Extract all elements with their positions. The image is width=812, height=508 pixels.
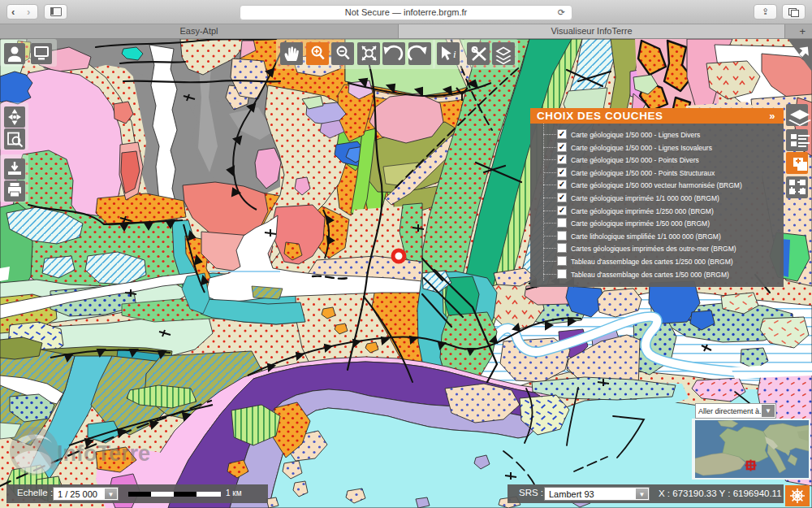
svg-text:i: i bbox=[453, 48, 456, 60]
svg-text:InfoTerre: InfoTerre bbox=[57, 441, 150, 466]
